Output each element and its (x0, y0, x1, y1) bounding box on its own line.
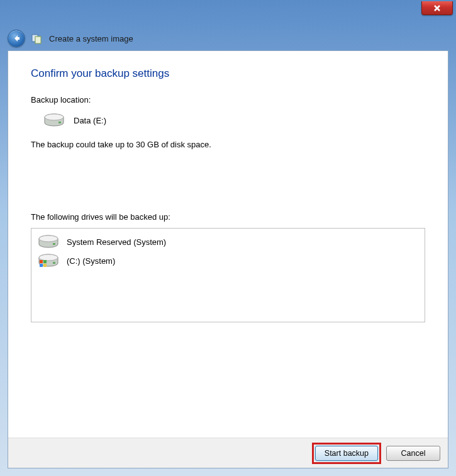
wizard-panel: Confirm your backup settings Backup loca… (8, 50, 448, 468)
svg-rect-14 (43, 264, 47, 267)
drive-name: System Reserved (System) (67, 237, 166, 247)
svg-point-9 (39, 254, 58, 261)
svg-rect-13 (40, 264, 43, 267)
wizard-header: Create a system image (8, 28, 448, 49)
drives-list-label: The following drives will be backed up: (31, 212, 425, 222)
window-titlebar (421, 0, 456, 15)
svg-rect-4 (58, 122, 61, 123)
harddrive-icon (43, 113, 65, 127)
svg-rect-7 (53, 243, 55, 245)
harddrive-windows-icon (38, 254, 59, 268)
drive-row: System Reserved (System) (34, 232, 422, 251)
close-icon (433, 4, 441, 12)
drive-row: (C:) (System) (34, 251, 422, 270)
backup-location-label: Backup location: (31, 95, 425, 105)
harddrive-icon (38, 235, 59, 249)
program-title: Create a system image (49, 34, 133, 43)
start-backup-button[interactable]: Start backup (315, 446, 378, 461)
svg-rect-12 (43, 260, 47, 263)
space-notice: The backup could take up to 30 GB of dis… (31, 140, 425, 149)
wizard-footer: Start backup Cancel (8, 438, 448, 468)
drives-list: System Reserved (System) (C:) (Sys (31, 228, 425, 322)
svg-rect-10 (53, 262, 55, 264)
backup-location-value: Data (E:) (74, 116, 106, 125)
svg-point-6 (39, 235, 58, 242)
cancel-button[interactable]: Cancel (386, 446, 440, 461)
page-heading: Confirm your backup settings (31, 67, 425, 80)
svg-rect-11 (40, 260, 43, 263)
program-icon (31, 33, 43, 44)
close-button[interactable] (421, 1, 453, 15)
backup-location-row: Data (E:) (43, 113, 425, 127)
back-button[interactable] (8, 30, 25, 47)
arrow-left-icon (12, 34, 21, 43)
drive-name: (C:) (System) (67, 256, 115, 266)
svg-point-3 (45, 114, 64, 120)
highlight-annotation: Start backup (312, 443, 381, 464)
wizard-content: Confirm your backup settings Backup loca… (8, 51, 448, 438)
svg-rect-1 (35, 37, 41, 43)
